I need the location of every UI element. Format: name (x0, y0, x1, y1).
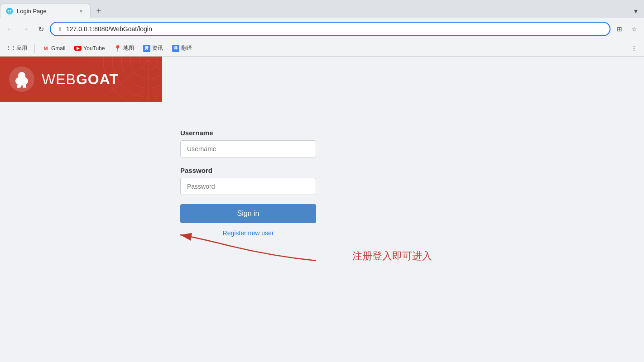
browser-chrome: 🌐 Login Page × + ▾ ← → ↻ ℹ ⊞ ☆ ⋮⋮ 应用 M G… (0, 0, 644, 57)
tab-close-button[interactable]: × (77, 8, 85, 15)
bookmark-translate[interactable]: 译 翻译 (168, 43, 196, 54)
bookmark-translate-label: 翻译 (181, 44, 192, 52)
active-tab[interactable]: 🌐 Login Page × (0, 4, 91, 18)
translate-icon: 译 (172, 45, 179, 52)
page-content: WEBGOAT Username Password Sign in (0, 57, 644, 362)
svg-point-4 (103, 57, 162, 102)
annotation-container: 注册登入即可进入 (180, 249, 316, 263)
username-group: Username (180, 129, 316, 157)
bookmark-maps[interactable]: 📍 地图 (111, 43, 138, 54)
tab-favicon: 🌐 (6, 8, 13, 15)
svg-rect-14 (24, 85, 26, 88)
apps-icon: ⋮⋮ (7, 45, 14, 52)
webgoat-header: WEBGOAT (0, 57, 162, 102)
news-icon: 资 (143, 45, 150, 52)
password-group: Password (180, 167, 316, 195)
webgoat-logo-icon (9, 67, 34, 92)
grid-view-button[interactable]: ⊞ (613, 23, 626, 35)
svg-line-6 (103, 57, 162, 97)
url-bar-actions: ⊞ ☆ (613, 23, 640, 35)
bookmark-gmail[interactable]: M Gmail (38, 43, 69, 54)
password-input[interactable] (180, 178, 316, 195)
register-area: Register new user 注册登入即可进入 (180, 229, 316, 263)
bookmarks-bar: ⋮⋮ 应用 M Gmail YouTube 📍 地图 资 资讯 译 (0, 40, 644, 56)
svg-point-2 (121, 57, 162, 88)
login-form: Username Password Sign in Register new u… (180, 129, 316, 263)
url-bar[interactable]: ℹ (50, 22, 610, 36)
bookmarks-more-button[interactable]: ⋮ (628, 42, 640, 55)
address-bar: ← → ↻ ℹ ⊞ ☆ (0, 18, 644, 40)
url-info-icon: ℹ (56, 26, 63, 33)
bookmark-youtube[interactable]: YouTube (71, 43, 108, 54)
bookmark-button[interactable]: ☆ (628, 23, 640, 35)
bookmark-youtube-label: YouTube (83, 45, 105, 52)
tab-bar: 🌐 Login Page × + ▾ (0, 0, 644, 18)
main-content: Username Password Sign in Register new u… (0, 102, 644, 362)
sign-in-button[interactable]: Sign in (180, 204, 316, 223)
annotation-arrow (144, 231, 334, 267)
svg-rect-15 (19, 85, 21, 88)
header-right-empty (162, 57, 644, 102)
url-input[interactable] (66, 25, 604, 33)
webgoat-web-part: WEB (42, 71, 76, 87)
svg-point-3 (112, 57, 162, 97)
tab-title: Login Page (17, 8, 74, 14)
bookmark-maps-label: 地图 (123, 44, 134, 52)
reload-button[interactable]: ↻ (34, 23, 47, 35)
tab-bar-end: ▾ (631, 6, 640, 15)
spider-web-decoration (85, 57, 162, 102)
bookmarks-end: ⋮ (628, 42, 640, 55)
tab-dropdown-button[interactable]: ▾ (631, 6, 640, 15)
bookmarks-divider (34, 44, 35, 53)
maps-icon: 📍 (114, 45, 121, 52)
bookmark-news-label: 资讯 (152, 44, 163, 52)
bookmark-apps-label: 应用 (16, 44, 27, 52)
svg-rect-13 (17, 85, 19, 88)
back-button[interactable]: ← (4, 23, 16, 35)
svg-point-12 (20, 76, 23, 81)
svg-line-8 (103, 57, 162, 97)
right-panel: Username Password Sign in Register new u… (162, 102, 644, 362)
bookmark-apps[interactable]: ⋮⋮ 应用 (4, 43, 31, 54)
username-input[interactable] (180, 140, 316, 157)
left-panel (0, 102, 162, 362)
gmail-icon: M (42, 45, 49, 52)
bookmark-news[interactable]: 资 资讯 (139, 43, 167, 54)
username-label: Username (180, 129, 316, 137)
password-label: Password (180, 167, 316, 174)
bookmark-gmail-label: Gmail (51, 45, 65, 52)
annotation-text: 注册登入即可进入 (352, 250, 432, 262)
youtube-icon (74, 45, 82, 52)
new-tab-button[interactable]: + (92, 5, 105, 17)
forward-button[interactable]: → (19, 23, 32, 35)
svg-rect-16 (23, 85, 24, 88)
